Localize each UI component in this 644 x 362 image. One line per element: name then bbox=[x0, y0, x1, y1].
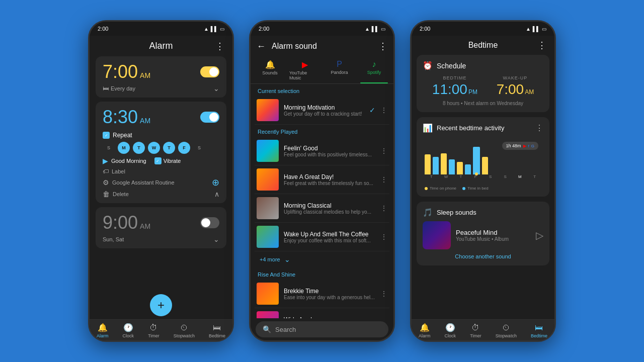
alarm-ampm-1: AM bbox=[140, 71, 150, 79]
day-m[interactable]: M bbox=[118, 142, 130, 154]
nav-bedtime-3[interactable]: 🛏 Bedtime bbox=[531, 323, 547, 338]
sleep-sounds-header: 🎵 Sleep sounds bbox=[423, 208, 543, 217]
legend-bed: Time in bed bbox=[462, 186, 489, 191]
alarm-detail-2: ✓ Repeat S M T W T F S bbox=[103, 132, 219, 198]
activity-icon: 📊 bbox=[423, 123, 433, 133]
sound-tabs: 🔔 Sounds ▶ YouTube Music P Pandora ♪ Spo… bbox=[251, 57, 393, 84]
collapse-icon[interactable]: ∧ bbox=[214, 190, 219, 198]
legend-dot-phone bbox=[425, 187, 428, 190]
alarm-toggle-1[interactable] bbox=[200, 66, 219, 77]
google-tooltip-icon: G bbox=[531, 144, 534, 148]
sound-more-icon[interactable]: ⋮ bbox=[378, 41, 387, 52]
google-icon: ⚙ bbox=[103, 178, 109, 187]
tab-sounds[interactable]: 🔔 Sounds bbox=[253, 57, 287, 83]
sleep-sound-sub: YouTube Music • Album bbox=[456, 236, 531, 242]
track-coffee[interactable]: Wake Up And Smell The Coffee Enjoy your … bbox=[255, 223, 389, 251]
day-t1[interactable]: T bbox=[133, 142, 145, 154]
nav-bedtime-1[interactable]: 🛏 Bedtime bbox=[209, 323, 225, 338]
track-brekkie[interactable]: Brekkie Time Ease into your day with a g… bbox=[255, 280, 389, 308]
tab-spotify[interactable]: ♪ Spotify bbox=[357, 57, 391, 83]
bedtime-more-icon[interactable]: ⋮ bbox=[537, 40, 546, 51]
signal-icon-3: ▌▌ bbox=[533, 26, 540, 32]
sound-icon: ▶ bbox=[103, 157, 108, 165]
current-track[interactable]: Morning Motivation Get your day off to a… bbox=[255, 96, 389, 125]
wakeup-thumb bbox=[257, 311, 279, 318]
nav-alarm-3[interactable]: 🔔 Alarm bbox=[419, 323, 431, 338]
alarm-expand-1[interactable]: ⌄ bbox=[213, 84, 219, 93]
alarm-more-icon[interactable]: ⋮ bbox=[215, 41, 224, 52]
day-s2[interactable]: S bbox=[193, 142, 205, 154]
nav-clock-1[interactable]: 🕐 Clock bbox=[123, 323, 134, 338]
legend-phone-text: Time on phone bbox=[430, 186, 456, 191]
status-time-1: 2:00 bbox=[98, 26, 108, 32]
day-t2[interactable]: T bbox=[163, 142, 175, 154]
schedule-info: 8 hours • Next alarm on Wednesday bbox=[423, 101, 543, 106]
rise-section-label: Rise And Shine bbox=[255, 267, 389, 280]
load-more[interactable]: +4 more ⌄ bbox=[255, 251, 389, 267]
wifi-icon: ▲ bbox=[204, 26, 209, 32]
alarm-toggle-3[interactable] bbox=[200, 217, 219, 228]
nav-timer-1[interactable]: ⏱ Timer bbox=[148, 323, 159, 338]
nav-alarm-1[interactable]: 🔔 Alarm bbox=[97, 323, 109, 338]
track-more-3[interactable]: ⋮ bbox=[380, 175, 387, 184]
track-wakeup[interactable]: Wide Awake Wake up with the brightest In… bbox=[255, 308, 389, 318]
track-more-6[interactable]: ⋮ bbox=[380, 290, 387, 298]
brekkie-info: Brekkie Time Ease into your day with a g… bbox=[284, 288, 375, 300]
stopwatch-nav-icon-3: ⏲ bbox=[502, 323, 510, 332]
track-more-1[interactable]: ⋮ bbox=[380, 106, 387, 114]
clock-nav-icon-3: 🕐 bbox=[445, 323, 455, 332]
google-routine-row: ⚙ Google Assistant Routine ⊕ bbox=[103, 177, 219, 188]
track-feelin[interactable]: Feelin' Good Feel good with this positiv… bbox=[255, 137, 389, 165]
label-text: Label bbox=[112, 168, 125, 174]
nav-stopwatch-1[interactable]: ⏲ Stopwatch bbox=[174, 323, 195, 338]
timer-nav-label-1: Timer bbox=[148, 333, 159, 338]
alarm-nav-label-3: Alarm bbox=[419, 333, 431, 338]
play-icon[interactable]: ▷ bbox=[536, 229, 543, 241]
wakeup-name: Wide Awake bbox=[284, 316, 375, 319]
bar-phone-s1 bbox=[457, 162, 463, 174]
feelin-name: Feelin' Good bbox=[284, 145, 375, 152]
nav-clock-3[interactable]: 🕐 Clock bbox=[445, 323, 456, 338]
youtube-icon: ▶ bbox=[302, 60, 308, 69]
vibrate-checkbox[interactable]: ✓ bbox=[154, 157, 162, 164]
track-more-5[interactable]: ⋮ bbox=[380, 233, 387, 241]
activity-chart: 1h 48m ▶ f G bbox=[423, 142, 543, 182]
alarm-header: Alarm ⋮ bbox=[90, 36, 232, 56]
track-classical[interactable]: Morning Classical Uplifting classical me… bbox=[255, 194, 389, 223]
signal-icon: ▌▌ bbox=[211, 26, 218, 32]
alarm-toggle-2[interactable] bbox=[200, 112, 219, 123]
back-icon[interactable]: ← bbox=[257, 41, 266, 52]
tab-pandora[interactable]: P Pandora bbox=[322, 57, 357, 83]
track-more-4[interactable]: ⋮ bbox=[380, 204, 387, 212]
delete-row: 🗑 Delete ∧ bbox=[103, 190, 219, 198]
sleep-sound-name: Peaceful Mind bbox=[456, 229, 531, 236]
phone-alarm: 2:00 ▲ ▌▌ ▭ Alarm ⋮ 7:00 AM bbox=[88, 20, 234, 342]
sleep-sound-thumb bbox=[423, 221, 451, 249]
chart-labels: T W T F S S M T bbox=[423, 174, 543, 179]
day-f[interactable]: F bbox=[178, 142, 190, 154]
label-s1: S bbox=[487, 174, 494, 179]
activity-more-icon[interactable]: ⋮ bbox=[535, 123, 543, 133]
choose-sound-link[interactable]: Choose another sound bbox=[423, 253, 543, 259]
track-more-2[interactable]: ⋮ bbox=[380, 147, 387, 155]
track-great[interactable]: Have A Great Day! Feel great with these … bbox=[255, 165, 389, 194]
repeat-checkbox[interactable]: ✓ bbox=[103, 132, 110, 139]
timer-nav-label-3: Timer bbox=[470, 333, 481, 338]
chart-legend: Time on phone Time in bed bbox=[423, 184, 543, 191]
day-w[interactable]: W bbox=[148, 142, 160, 154]
alarm-expand-3[interactable]: ⌄ bbox=[213, 235, 219, 243]
day-s1[interactable]: S bbox=[103, 142, 115, 154]
tab-youtube[interactable]: ▶ YouTube Music bbox=[287, 57, 322, 83]
vibrate-option[interactable]: ✓ Vibrate bbox=[154, 157, 181, 164]
bedtime-header: Bedtime ⋮ bbox=[412, 36, 554, 55]
sleep-sound-item: Peaceful Mind YouTube Music • Album ▷ bbox=[423, 221, 543, 249]
alarm-sound-option[interactable]: ▶ Good Morning bbox=[103, 157, 146, 165]
sleep-sounds-card: 🎵 Sleep sounds Peaceful Mind YouTube Mus… bbox=[417, 202, 549, 265]
add-routine-icon[interactable]: ⊕ bbox=[212, 177, 219, 188]
search-bar[interactable]: 🔍 Search bbox=[256, 321, 388, 337]
nav-timer-3[interactable]: ⏱ Timer bbox=[470, 323, 481, 338]
nav-stopwatch-3[interactable]: ⏲ Stopwatch bbox=[496, 323, 517, 338]
search-text: Search bbox=[275, 326, 296, 333]
alarm-list: 7:00 AM 🛏 Every day ⌄ bbox=[90, 56, 232, 291]
add-alarm-fab[interactable]: + bbox=[150, 294, 172, 316]
